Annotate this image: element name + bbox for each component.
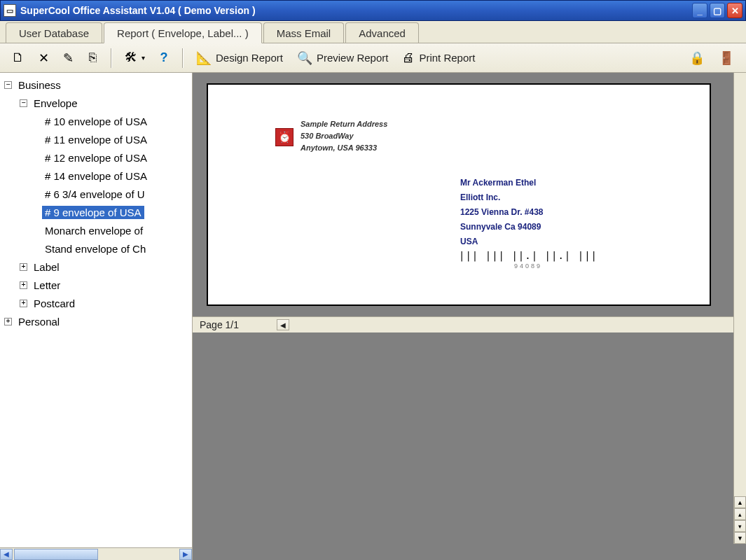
- tree-leaf-env14[interactable]: # 14 envelope of USA: [1, 167, 191, 185]
- window-title: SuperCool Office Assistant V1.04 ( Demo …: [20, 5, 692, 16]
- tree-node-business[interactable]: −Business: [1, 76, 191, 94]
- tree-label: Business: [15, 78, 64, 92]
- scroll-right-button[interactable]: ▶: [179, 549, 192, 560]
- window-controls: _ ▢ ✕: [692, 3, 742, 18]
- tree-label: # 11 envelope of USA: [42, 133, 150, 146]
- copy-icon: ⎘: [89, 50, 97, 65]
- help-button[interactable]: ?: [154, 48, 174, 69]
- settings-button[interactable]: 🛠▾: [120, 48, 150, 69]
- new-button[interactable]: 🗋: [7, 48, 29, 69]
- tree-label: Envelope: [31, 97, 81, 110]
- recipient-line: Mr Ackerman Ethel: [460, 176, 544, 190]
- tree-label: # 12 envelope of USA: [42, 151, 150, 164]
- copy-button[interactable]: ⎘: [83, 48, 102, 69]
- minimize-button[interactable]: _: [692, 3, 707, 18]
- exit-icon: 🚪: [719, 50, 734, 66]
- delete-button[interactable]: ✕: [34, 48, 54, 69]
- design-report-button[interactable]: 📐Design Report: [191, 48, 288, 69]
- scroll-thumb[interactable]: [14, 549, 98, 560]
- scroll-up-button[interactable]: ▴: [734, 508, 746, 520]
- tree-label: # 14 envelope of USA: [42, 169, 150, 183]
- close-button[interactable]: ✕: [727, 3, 742, 18]
- tree-label: Stand envelope of Ch: [42, 242, 148, 255]
- tab-user-database[interactable]: User Database: [6, 22, 102, 43]
- scroll-left-button[interactable]: ◀: [277, 319, 289, 330]
- separator: [182, 48, 183, 68]
- barcode-number: 94089: [459, 262, 598, 270]
- tree-leaf-env12[interactable]: # 12 envelope of USA: [1, 148, 191, 167]
- lock-icon: 🔒: [689, 50, 705, 66]
- rename-button[interactable]: ✎: [58, 48, 78, 69]
- preview-panel: ⏰ Sample Return Address 530 BroadWay Any…: [193, 73, 746, 560]
- design-report-label: Design Report: [216, 52, 283, 64]
- scroll-track[interactable]: [13, 549, 179, 560]
- recipient-line: USA: [460, 234, 544, 249]
- stamp-icon: ⏰: [275, 128, 293, 146]
- tab-report[interactable]: Report ( Envelope, Label... ): [104, 22, 262, 43]
- preview-report-button[interactable]: 🔍Preview Report: [292, 48, 394, 69]
- tree-panel: −Business −Envelope # 10 envelope of USA…: [0, 73, 193, 560]
- tree-node-postcard[interactable]: +Postcard: [1, 294, 191, 312]
- preview-vertical-scrollbar[interactable]: ▲ ▴ ▾ ▼: [733, 73, 746, 544]
- page-down-button[interactable]: ▼: [734, 532, 746, 544]
- tree-node-envelope[interactable]: −Envelope: [1, 94, 191, 112]
- collapse-icon[interactable]: −: [20, 99, 27, 107]
- print-report-label: Print Report: [419, 52, 475, 64]
- recipient-line: 1225 Vienna Dr. #438: [460, 205, 544, 220]
- edit-icon: ✎: [63, 50, 74, 66]
- maximize-button[interactable]: ▢: [710, 3, 725, 18]
- tree-leaf-stand[interactable]: Stand envelope of Ch: [1, 239, 191, 258]
- collapse-icon[interactable]: −: [4, 81, 12, 89]
- expand-icon[interactable]: +: [20, 281, 27, 289]
- print-report-button[interactable]: 🖨Print Report: [397, 48, 480, 69]
- tab-mass-email[interactable]: Mass Email: [263, 22, 345, 43]
- return-address-text: Sample Return Address 530 BroadWay Anyto…: [301, 118, 387, 154]
- expand-icon[interactable]: +: [4, 318, 12, 326]
- tree-leaf-env10[interactable]: # 10 envelope of USA: [1, 112, 191, 130]
- expand-icon[interactable]: +: [20, 263, 27, 271]
- delete-icon: ✕: [39, 50, 49, 66]
- print-icon: 🖨: [402, 50, 415, 65]
- tree-leaf-monarch[interactable]: Monarch envelope of: [1, 221, 191, 239]
- expand-icon[interactable]: +: [20, 300, 27, 307]
- help-icon: ?: [160, 50, 168, 65]
- preview-report-label: Preview Report: [317, 52, 389, 64]
- envelope-preview: ⏰ Sample Return Address 530 BroadWay Any…: [207, 83, 711, 306]
- scroll-track[interactable]: [289, 319, 733, 330]
- tree-leaf-env11[interactable]: # 11 envelope of USA: [1, 130, 191, 148]
- tree-label: # 10 envelope of USA: [42, 115, 150, 128]
- gear-icon: 🛠: [125, 50, 137, 65]
- recipient-line: Elliott Inc.: [460, 190, 544, 205]
- tree-label: # 6 3/4 envelope of U: [42, 188, 148, 201]
- tree-label: # 9 envelope of USA: [42, 206, 144, 219]
- scroll-left-button[interactable]: ◀: [0, 549, 13, 560]
- preview-icon: 🔍: [297, 50, 312, 66]
- body: −Business −Envelope # 10 envelope of USA…: [0, 73, 746, 560]
- tree-node-letter[interactable]: +Letter: [1, 276, 191, 294]
- barcode-block: ||| ||| ||.| ||.| ||| 94089: [459, 250, 598, 270]
- tree-node-personal[interactable]: +Personal: [1, 312, 191, 330]
- exit-button[interactable]: 🚪: [714, 48, 739, 69]
- tab-advanced[interactable]: Advanced: [345, 22, 419, 43]
- design-icon: 📐: [196, 50, 212, 66]
- barcode: ||| ||| ||.| ||.| |||: [459, 250, 598, 261]
- tree-horizontal-scrollbar[interactable]: ◀ ▶: [0, 547, 192, 560]
- return-address-block: ⏰ Sample Return Address 530 BroadWay Any…: [275, 118, 691, 154]
- tree-leaf-env9[interactable]: # 9 envelope of USA: [1, 203, 191, 221]
- tree-node-label[interactable]: +Label: [1, 258, 191, 276]
- tree-label: Monarch envelope of: [42, 224, 146, 237]
- scroll-down-button[interactable]: ▾: [734, 520, 746, 532]
- separator: [111, 48, 111, 68]
- page-indicator: Page 1/1: [193, 319, 277, 330]
- preview-horizontal-scrollbar[interactable]: ◀ ▶: [277, 319, 746, 330]
- return-line: Anytown, USA 96333: [301, 142, 387, 154]
- tree-label: Personal: [15, 315, 62, 328]
- page-up-button[interactable]: ▲: [734, 496, 746, 508]
- tree-label: Postcard: [31, 297, 78, 310]
- toolbar: 🗋 ✕ ✎ ⎘ 🛠▾ ? 📐Design Report 🔍Preview Rep…: [0, 43, 746, 73]
- tree-leaf-env634[interactable]: # 6 3/4 envelope of U: [1, 185, 191, 203]
- tab-bar: User Database Report ( Envelope, Label..…: [0, 21, 746, 43]
- lock-button[interactable]: 🔒: [684, 48, 710, 69]
- recipient-address: Mr Ackerman Ethel Elliott Inc. 1225 Vien…: [460, 176, 544, 249]
- status-bar: Page 1/1 ◀ ▶: [193, 316, 746, 332]
